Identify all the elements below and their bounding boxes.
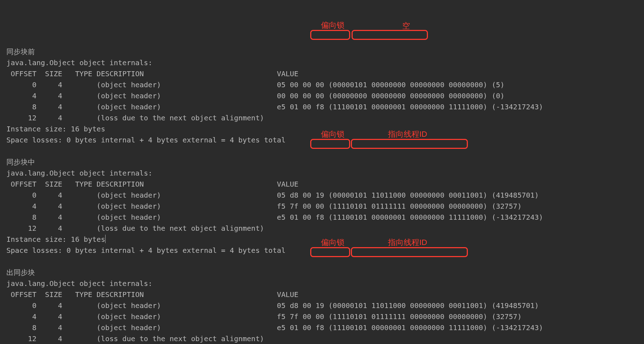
annotation-label: 偏向锁 <box>321 21 344 29</box>
table-row: 4 4 (object header) 00 00 00 00 (0000000… <box>6 90 638 101</box>
section-title: 同步块中 <box>6 157 638 168</box>
annotation-label: 偏向锁 <box>321 239 344 246</box>
table-row: 0 4 (object header) 05 00 00 00 (0000010… <box>6 79 638 90</box>
table-header: OFFSET SIZE TYPE DESCRIPTION VALUE <box>6 289 638 300</box>
annotation-label: 空 <box>402 22 410 30</box>
section-title: 同步块前 <box>6 46 638 57</box>
terminal-output: 同步块前java.lang.Object object internals: O… <box>6 46 638 344</box>
text-cursor <box>105 235 106 243</box>
table-row: 12 4 (loss due to the next object alignm… <box>6 223 638 234</box>
intro-line: java.lang.Object object internals: <box>6 278 638 289</box>
annotation-label: 偏向锁 <box>321 130 344 138</box>
intro-line: java.lang.Object object internals: <box>6 57 638 68</box>
blank-line <box>6 256 638 267</box>
table-row: 0 4 (object header) 05 d8 00 19 (0000010… <box>6 190 638 201</box>
table-row: 4 4 (object header) f5 7f 00 00 (1111010… <box>6 201 638 212</box>
table-row: 8 4 (object header) e5 01 00 f8 (1110010… <box>6 212 638 223</box>
annotation-box <box>352 30 428 40</box>
table-header: OFFSET SIZE TYPE DESCRIPTION VALUE <box>6 179 638 190</box>
table-row: 12 4 (loss due to the next object alignm… <box>6 333 638 344</box>
table-row: 8 4 (object header) e5 01 00 f8 (1110010… <box>6 322 638 333</box>
table-row: 12 4 (loss due to the next object alignm… <box>6 113 638 124</box>
annotation-label: 指向线程ID <box>388 239 427 246</box>
blank-line <box>6 146 638 157</box>
table-header: OFFSET SIZE TYPE DESCRIPTION VALUE <box>6 68 638 79</box>
table-row: 4 4 (object header) f5 7f 00 00 (1111010… <box>6 311 638 322</box>
annotation-box <box>310 30 350 40</box>
intro-line: java.lang.Object object internals: <box>6 168 638 179</box>
table-row: 0 4 (object header) 05 d8 00 19 (0000010… <box>6 300 638 311</box>
annotation-label: 指向线程ID <box>388 130 427 138</box>
section-title: 出同步块 <box>6 267 638 278</box>
table-row: 8 4 (object header) e5 01 00 f8 (1110010… <box>6 101 638 113</box>
